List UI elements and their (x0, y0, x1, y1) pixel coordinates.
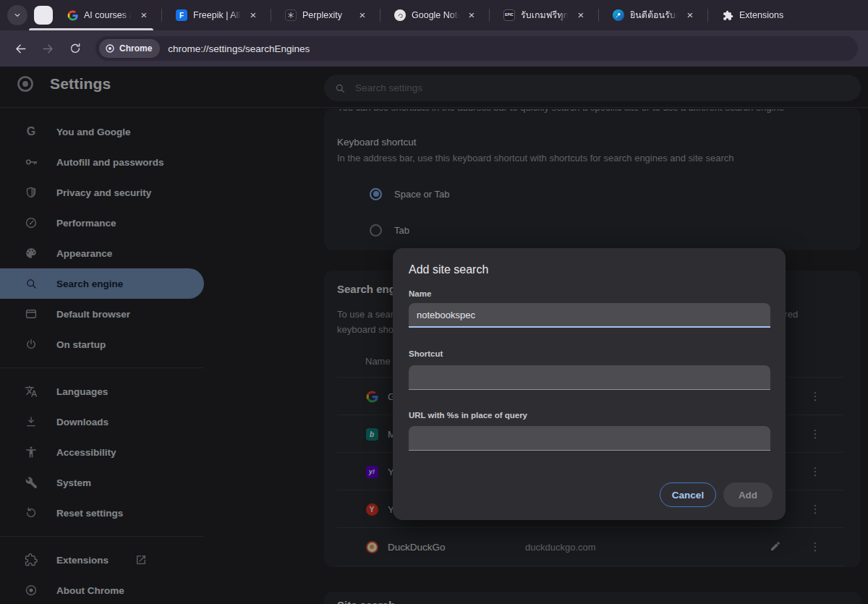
cancel-button[interactable]: Cancel (660, 482, 716, 507)
close-icon[interactable]: × (575, 9, 587, 21)
tab-title: AI courses and t (84, 10, 132, 20)
url-label: URL with %s in place of query (409, 411, 527, 420)
notebooklm-icon (394, 9, 406, 21)
tab-epic-games[interactable]: EPIC รับเกมฟรีทุกสัปดา × (497, 3, 591, 27)
tab-title: ยินดีต้อนรับสู่ Stea (630, 8, 678, 22)
tab-ai-courses[interactable]: AI courses and t × (60, 3, 154, 27)
url-field[interactable] (409, 426, 770, 451)
tab-extensions[interactable]: Extensions (715, 3, 802, 27)
close-icon[interactable]: × (466, 9, 477, 21)
tab-divider (489, 9, 490, 22)
chrome-logo-icon (105, 43, 115, 54)
add-button[interactable]: Add (723, 482, 773, 507)
address-bar[interactable]: Chrome chrome://settings/searchEngines (95, 36, 858, 61)
shortcut-field[interactable] (409, 365, 770, 390)
tab-title: รับเกมฟรีทุกสัปดา (521, 8, 569, 22)
google-g-icon (67, 9, 78, 21)
reload-button[interactable] (65, 38, 85, 59)
chip-label: Chrome (119, 43, 152, 54)
tab-freepik[interactable]: F Freepik | All-in-O × (169, 3, 263, 27)
tab-search-button[interactable] (7, 5, 27, 25)
tab-divider (380, 9, 380, 22)
back-button[interactable] (10, 38, 30, 59)
tab-title: Perplexity (302, 10, 351, 20)
name-field[interactable] (409, 303, 770, 328)
add-site-search-dialog: Add site search Name Shortcut URL with %… (393, 248, 786, 520)
tab-title: Google Notebo (412, 10, 460, 20)
shortcut-label: Shortcut (409, 349, 443, 358)
tab-title: Extensions (739, 10, 798, 20)
tab-perplexity[interactable]: Perplexity × (278, 3, 373, 27)
tab-title: Freepik | All-in-O (193, 10, 242, 20)
tab-divider (707, 9, 708, 22)
reload-icon (69, 42, 82, 55)
close-icon[interactable]: × (357, 9, 368, 21)
pinned-tab[interactable] (34, 6, 53, 25)
freepik-icon: F (176, 9, 187, 21)
steam-icon (613, 9, 624, 21)
tab-steam[interactable]: ยินดีต้อนรับสู่ Stea × (606, 3, 700, 27)
epic-games-icon: EPIC (503, 9, 515, 21)
browser-toolbar: Chrome chrome://settings/searchEngines (0, 30, 868, 67)
name-label: Name (409, 289, 431, 298)
tab-divider (161, 9, 162, 22)
forward-arrow-icon (41, 42, 55, 56)
tab-divider (598, 9, 599, 22)
chrome-url-chip[interactable]: Chrome (99, 39, 160, 58)
tab-divider (271, 9, 271, 22)
close-icon[interactable]: × (247, 9, 259, 21)
dialog-title: Add site search (409, 263, 488, 276)
back-arrow-icon (14, 42, 27, 56)
close-icon[interactable]: × (684, 9, 696, 21)
forward-button[interactable] (38, 38, 58, 59)
perplexity-icon (285, 9, 297, 21)
close-icon[interactable]: × (138, 9, 150, 21)
url-text: chrome://settings/searchEngines (168, 43, 310, 54)
tab-strip: AI courses and t × F Freepik | All-in-O … (0, 0, 868, 30)
extensions-puzzle-icon (722, 9, 733, 21)
chevron-down-icon (12, 10, 22, 20)
settings-page: Settings G You and Google Autofill and p… (0, 67, 868, 604)
tab-google-notebooklm[interactable]: Google Notebo × (388, 3, 482, 27)
